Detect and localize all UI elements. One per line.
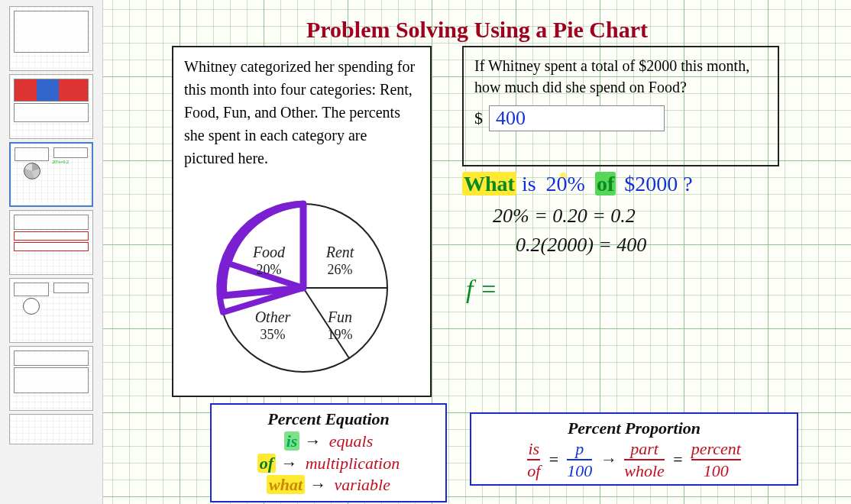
pie-label-other: Other xyxy=(255,309,291,325)
pie-pct-food: 20% xyxy=(257,262,282,277)
slide-thumb-1[interactable] xyxy=(9,6,93,71)
percent-equation-reference: Percent Equation is → equals of → multip… xyxy=(210,403,447,502)
slide-thumb-5[interactable] xyxy=(9,278,93,343)
percent-proportion-title: Percent Proportion xyxy=(482,418,786,438)
handwriting-variable-f: f = xyxy=(466,275,497,304)
slide-thumb-4[interactable] xyxy=(9,210,93,275)
handwriting-line-1: What is 20% of $2000 ? xyxy=(462,172,693,196)
problem-text: Whitney categorized her spending for thi… xyxy=(184,55,419,170)
pie-pct-fun: 19% xyxy=(328,327,353,342)
slide-thumbnail-panel[interactable]: 20%=0.2 xyxy=(0,0,103,504)
handwriting-line-3: 0.2(2000) = 400 xyxy=(516,234,646,257)
slide-thumb-7[interactable] xyxy=(9,414,93,444)
percent-proportion-reference: Percent Proportion isof = p100 → partwho… xyxy=(470,412,798,486)
slide-thumb-6[interactable] xyxy=(9,346,93,411)
slide-thumb-2[interactable] xyxy=(9,74,93,139)
slide-thumb-3-current[interactable]: 20%=0.2 xyxy=(9,142,93,207)
pie-pct-other: 35% xyxy=(260,327,286,342)
question-text: If Whitney spent a total of $2000 this m… xyxy=(474,55,767,98)
question-box: If Whitney spent a total of $2000 this m… xyxy=(462,46,779,166)
pie-label-food: Food xyxy=(252,244,286,260)
pie-chart: Food 20% Rent 26% Fun 19% Other 35% xyxy=(204,181,403,380)
pie-label-fun: Fun xyxy=(327,309,352,325)
pie-label-rent: Rent xyxy=(325,244,354,260)
pie-pct-rent: 26% xyxy=(328,262,353,277)
percent-equation-title: Percent Equation xyxy=(222,409,435,429)
page-title: Problem Solving Using a Pie Chart xyxy=(103,17,851,43)
handwriting-line-2: 20% = 0.20 = 0.2 xyxy=(493,205,636,228)
answer-input[interactable] xyxy=(489,105,665,131)
slide-canvas: Problem Solving Using a Pie Chart Whitne… xyxy=(103,0,851,504)
currency-symbol: $ xyxy=(474,108,483,128)
problem-box: Whitney categorized her spending for thi… xyxy=(172,46,432,397)
